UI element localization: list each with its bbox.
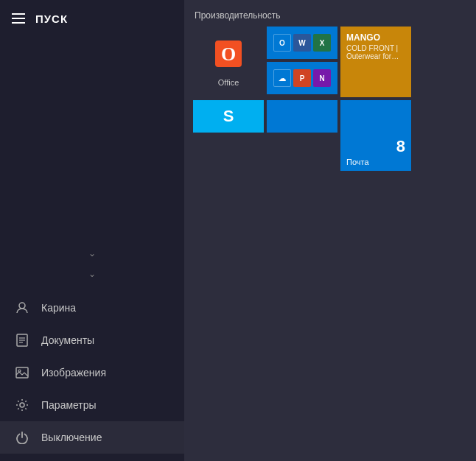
tile-office[interactable]: O Office xyxy=(193,27,264,97)
sidebar-item-shutdown[interactable]: Выключение xyxy=(0,421,184,454)
productivity-row-2: S Почта 8 xyxy=(193,100,469,171)
office-big-icon: O xyxy=(212,38,245,75)
collapse-arrow-2[interactable]: ⌄ xyxy=(0,267,184,281)
office-apps-column: O W X ☁ P N xyxy=(267,27,337,97)
powerpoint-mini: P xyxy=(293,69,311,87)
sidebar-nav: Карина Документы Изображе xyxy=(0,284,184,461)
tile-mail[interactable]: Почта 8 xyxy=(340,100,411,171)
sidebar-spacer xyxy=(0,37,184,243)
excel-mini: X xyxy=(313,34,331,52)
tile-skype[interactable]: S xyxy=(193,100,264,133)
svg-point-0 xyxy=(19,303,25,309)
collapse-arrow-1[interactable]: ⌄ xyxy=(0,246,184,261)
sidebar-item-label-settings: Параметры xyxy=(41,399,97,411)
power-icon xyxy=(15,430,29,445)
sidebar: ПУСК ⌄ ⌄ Карина Документ xyxy=(0,0,184,461)
start-header: ПУСК xyxy=(0,0,184,37)
document-icon xyxy=(15,333,29,348)
onedrive-mini: ☁ xyxy=(273,69,291,87)
skype-icon: S xyxy=(223,107,234,126)
sidebar-item-user[interactable]: Карина xyxy=(0,292,184,324)
hamburger-icon[interactable] xyxy=(12,13,25,24)
mango-title: MANGO xyxy=(346,32,405,43)
productivity-row-1: O Office O W X ☁ P N xyxy=(193,27,469,97)
person-icon xyxy=(15,300,29,315)
outlook-mini: O xyxy=(273,34,291,52)
sidebar-item-settings[interactable]: Параметры xyxy=(0,389,184,421)
sidebar-item-label-shutdown: Выключение xyxy=(41,432,102,443)
word-mini: W xyxy=(293,34,311,52)
sidebar-item-label-documents: Документы xyxy=(41,334,94,346)
svg-point-6 xyxy=(18,370,21,372)
settings-icon xyxy=(15,398,29,412)
mango-subtitle: COLD FRONT | xyxy=(346,44,405,52)
tile-office-apps-bottom[interactable]: ☁ P N xyxy=(267,62,337,94)
image-icon xyxy=(15,365,29,380)
mail-count: 8 xyxy=(396,137,405,156)
sidebar-item-images[interactable]: Изображения xyxy=(0,356,184,389)
office-label: Office xyxy=(218,78,239,87)
tile-blank-1[interactable] xyxy=(267,100,337,133)
main-tiles: Производительность O Office O W X xyxy=(184,0,476,461)
tile-mango[interactable]: MANGO COLD FRONT | Outerwear for… xyxy=(340,27,411,97)
sidebar-item-label-user: Карина xyxy=(41,302,76,314)
tile-office-apps-top[interactable]: O W X xyxy=(267,27,337,59)
svg-point-7 xyxy=(20,403,24,407)
start-title: ПУСК xyxy=(35,13,68,25)
section-label-productivity: Производительность xyxy=(193,10,469,21)
sidebar-item-documents[interactable]: Документы xyxy=(0,324,184,356)
sidebar-item-label-images: Изображения xyxy=(41,367,106,379)
onenote-mini: N xyxy=(313,69,331,87)
mail-label: Почта xyxy=(346,158,369,166)
mango-subtitle2: Outerwear for… xyxy=(346,52,405,60)
svg-text:O: O xyxy=(221,43,236,65)
